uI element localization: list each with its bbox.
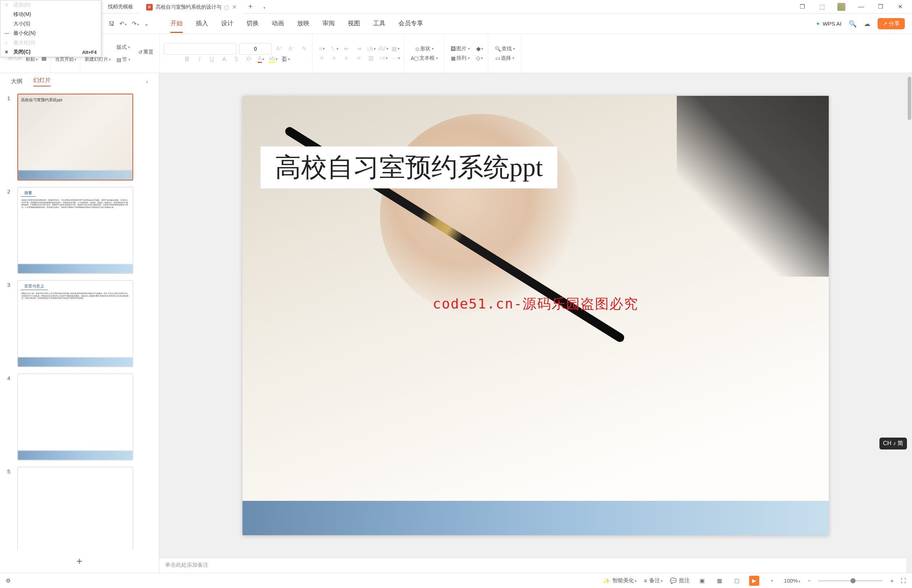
menu-maximize[interactable]: □最大化(X): [0, 38, 101, 47]
superscript-button[interactable]: X²: [244, 55, 253, 64]
strikethrough-button[interactable]: A̶: [219, 55, 229, 64]
align-center-button[interactable]: ≡: [329, 53, 339, 63]
sidebar-tab-slides[interactable]: 幻灯片: [33, 77, 51, 86]
save-icon[interactable]: 🖫: [109, 21, 114, 27]
slide-thumb-1[interactable]: 1 高校自习室预约系统ppt: [7, 94, 152, 181]
slide-canvas[interactable]: 高校自习室预约系统ppt code51.cn-源码乐园盗图必究: [243, 96, 829, 535]
sidebar-collapse-icon[interactable]: ‹: [146, 79, 148, 85]
view-sorter-icon[interactable]: ▦: [714, 576, 724, 586]
menutab-start[interactable]: 开始: [170, 15, 183, 33]
vertical-scrollbar[interactable]: [906, 73, 912, 573]
notes-button[interactable]: ≡备注: [644, 577, 663, 584]
menu-move[interactable]: 移动(M): [0, 10, 101, 19]
status-tools-icon[interactable]: ⚙: [6, 578, 10, 584]
indent-dec-button[interactable]: ⇤: [342, 44, 351, 53]
redo-button[interactable]: ↷: [132, 20, 139, 27]
section-button[interactable]: ▤ 节: [114, 55, 133, 65]
italic-button[interactable]: I: [195, 55, 204, 64]
tab-add-button[interactable]: +: [243, 3, 258, 11]
fit-window-icon[interactable]: ⛶: [901, 578, 906, 584]
tab-add-dropdown[interactable]: [258, 3, 271, 11]
menutab-insert[interactable]: 插入: [196, 15, 208, 33]
slide-title[interactable]: 高校自习室预约系统ppt: [261, 147, 557, 188]
bold-button[interactable]: B: [182, 55, 192, 64]
tab-close-button[interactable]: ✕: [232, 3, 237, 10]
picture-button[interactable]: 🖼 图片: [449, 44, 472, 53]
char-spacing-button[interactable]: AV: [379, 44, 388, 53]
view-normal-icon[interactable]: ▣: [697, 576, 707, 586]
share-button[interactable]: ↗分享: [878, 18, 905, 29]
zoom-level[interactable]: 100%: [784, 578, 800, 584]
view-slideshow-icon[interactable]: ▶: [749, 576, 759, 586]
strike-icon[interactable]: S: [232, 55, 241, 64]
user-avatar[interactable]: [833, 0, 850, 14]
outline-shape-icon[interactable]: ◇: [475, 53, 484, 63]
font-size-select[interactable]: [239, 43, 272, 55]
arrange-button[interactable]: ▦ 排列: [449, 53, 472, 63]
font-family-select[interactable]: [164, 43, 237, 55]
wps-ai-button[interactable]: ✦WPS AI: [816, 21, 841, 27]
menutab-review[interactable]: 审阅: [322, 15, 335, 33]
decrease-font-icon[interactable]: A⁻: [287, 44, 296, 53]
sidebar-tab-outline[interactable]: 大纲: [11, 78, 23, 86]
menutab-member[interactable]: 会员专享: [398, 15, 423, 33]
fill-shape-icon[interactable]: ◆: [475, 44, 484, 53]
comments-button[interactable]: 💬批注: [670, 577, 690, 584]
window-cube-icon[interactable]: ⬚: [813, 0, 830, 14]
pinyin-button[interactable]: 㚣: [281, 55, 290, 64]
zoom-out-button[interactable]: −: [807, 578, 811, 584]
window-multi-icon[interactable]: ❐: [794, 0, 811, 14]
close-button[interactable]: ✕: [892, 0, 909, 14]
reset-button[interactable]: ↺ 重置: [136, 47, 156, 57]
undo-button[interactable]: ↶: [120, 20, 127, 27]
minimize-button[interactable]: —: [853, 0, 869, 14]
bullets-button[interactable]: ≡: [317, 44, 326, 53]
beautify-button[interactable]: ✨智能美化: [603, 577, 637, 584]
menutab-transition[interactable]: 切换: [246, 15, 259, 33]
menu-minimize[interactable]: —最小化(N): [0, 29, 101, 38]
view-reading-icon[interactable]: ▢: [732, 576, 742, 586]
present-icon[interactable]: ▢: [224, 4, 229, 10]
para-more-button[interactable]: ⋯: [391, 53, 400, 63]
underline-button[interactable]: U: [207, 55, 216, 64]
zoom-slider[interactable]: [818, 580, 883, 582]
line-spacing-button[interactable]: ↕≡: [379, 53, 388, 63]
select-button[interactable]: ▭ 选择: [493, 53, 517, 63]
search-icon[interactable]: 🔍: [849, 20, 857, 28]
columns-button[interactable]: ▥: [366, 53, 376, 63]
tab-template[interactable]: 找稻壳模板: [101, 0, 140, 14]
smartart-button[interactable]: ▦: [391, 44, 400, 53]
indent-inc-button[interactable]: ⇥: [354, 44, 363, 53]
text-direction-button[interactable]: ↕A: [366, 44, 376, 53]
menu-close[interactable]: ✕关闭(C)Alt+F4: [0, 47, 101, 57]
restore-button[interactable]: ❐: [872, 0, 889, 14]
layout-button[interactable]: 版式: [114, 43, 133, 52]
menutab-slideshow[interactable]: 放映: [297, 15, 309, 33]
menutab-animation[interactable]: 动画: [272, 15, 284, 33]
tab-document[interactable]: P 高校自习室预约系统的设计与 ▢ ✕: [140, 0, 243, 14]
slide-thumb-4[interactable]: 4: [7, 373, 152, 460]
cloud-upload-icon[interactable]: ☁: [864, 20, 870, 28]
zoom-in-button[interactable]: +: [890, 578, 894, 584]
numbering-button[interactable]: ⒈: [329, 44, 339, 53]
menutab-view[interactable]: 视图: [348, 15, 360, 33]
textbox-button[interactable]: A▢ 文本框: [408, 53, 440, 63]
menutab-tools[interactable]: 工具: [373, 15, 386, 33]
find-button[interactable]: 🔍 查找: [492, 44, 517, 53]
align-left-button[interactable]: ≡: [317, 53, 326, 63]
view-slideshow-dropdown[interactable]: [766, 576, 777, 586]
menu-size[interactable]: 大小(S): [0, 19, 101, 29]
qa-more[interactable]: ⌄: [144, 20, 149, 27]
shape-button[interactable]: ◇ 形状: [413, 44, 436, 53]
menu-restore[interactable]: ↺还原(R): [0, 0, 101, 10]
menutab-design[interactable]: 设计: [221, 15, 233, 33]
align-right-button[interactable]: ≡: [342, 53, 351, 63]
highlight-button[interactable]: ab: [269, 55, 278, 64]
font-color-button[interactable]: A: [256, 55, 266, 64]
align-justify-button[interactable]: ≡: [354, 53, 363, 63]
notes-placeholder[interactable]: 单击此处添加备注: [159, 557, 912, 573]
ime-indicator[interactable]: CH ♪ 简: [880, 438, 907, 449]
increase-font-icon[interactable]: A⁺: [275, 44, 284, 53]
clear-format-icon[interactable]: ✎: [299, 44, 309, 53]
slide-thumb-5[interactable]: 5: [7, 467, 152, 550]
